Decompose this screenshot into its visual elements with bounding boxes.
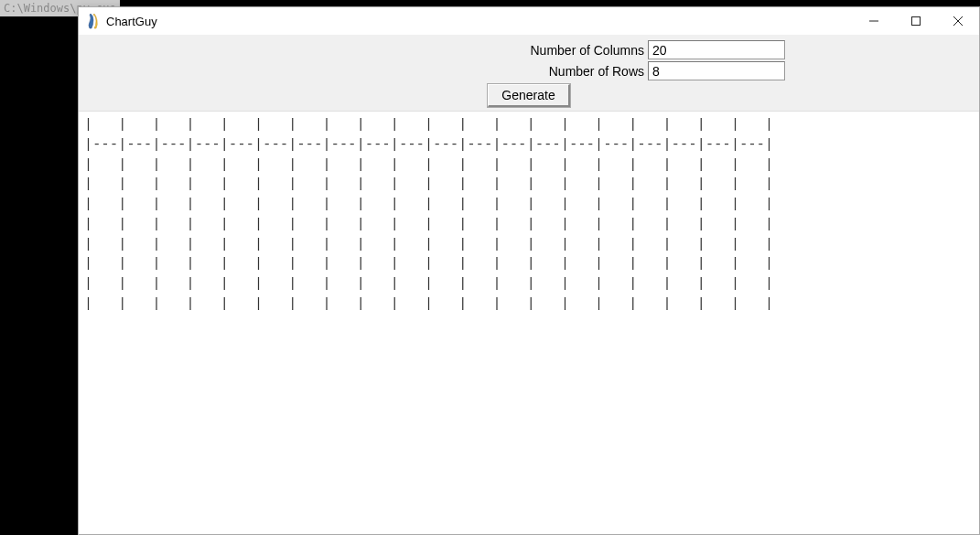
svg-rect-1 [912, 17, 921, 26]
grid-output: | | | | | | | | | | | | | | | | | | | | … [79, 112, 979, 534]
columns-row: Number of Columns [79, 40, 979, 59]
titlebar[interactable]: ChartGuy [79, 7, 979, 35]
columns-input[interactable] [648, 40, 785, 59]
app-window: ChartGuy Number of Columns Number of Row… [78, 6, 980, 535]
controls-panel: Number of Columns Number of Rows Generat… [79, 35, 979, 112]
columns-label: Number of Columns [273, 43, 648, 58]
rows-row: Number of Rows [79, 61, 979, 80]
rows-label: Number of Rows [273, 64, 648, 79]
app-icon [86, 14, 101, 28]
minimize-button[interactable] [853, 7, 895, 35]
maximize-button[interactable] [895, 7, 937, 35]
generate-button[interactable]: Generate [488, 84, 569, 107]
window-controls [853, 7, 979, 35]
close-button[interactable] [937, 7, 979, 35]
window-title: ChartGuy [106, 15, 157, 28]
rows-input[interactable] [648, 61, 785, 80]
